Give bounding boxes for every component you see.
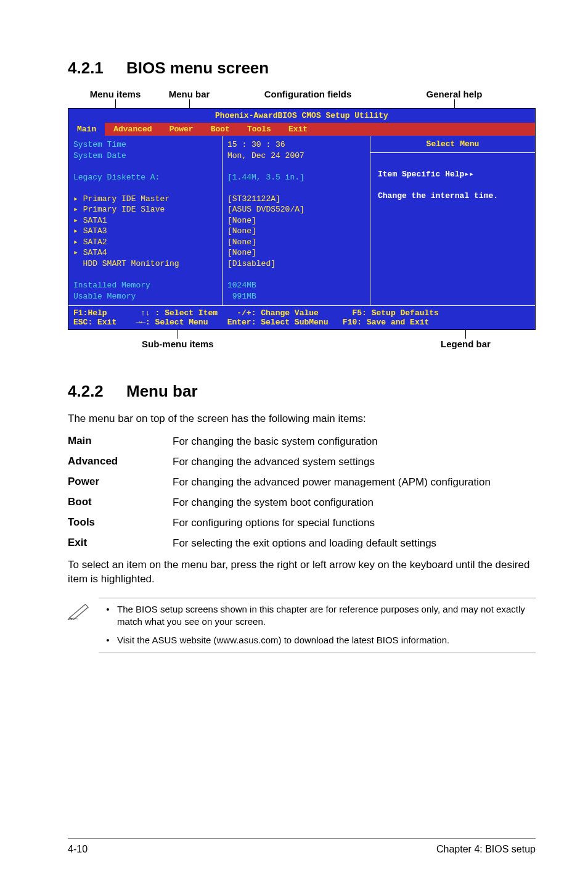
menu-definitions: MainFor changing the basic system config…	[68, 435, 536, 551]
chevron-right-icon: ▸	[73, 205, 83, 214]
menu-advanced: Advanced	[105, 123, 160, 136]
help-change-internal: Change the internal time.	[378, 191, 528, 202]
val-sata2: [None]	[227, 237, 365, 248]
chevron-right-icon: ▸	[73, 248, 83, 257]
row-system-time: System Time	[73, 139, 217, 151]
menu-boot: Boot	[202, 123, 239, 136]
legend-line1: F1:Help ↑↓ : Select Item -/+: Change Val…	[73, 308, 439, 318]
def-boot-v: For changing the system boot configurati…	[173, 496, 536, 510]
bios-legend-bar: F1:Help ↑↓ : Select Item -/+: Change Val…	[68, 305, 535, 329]
def-power-v: For changing the advanced power manageme…	[173, 476, 536, 490]
val-sata1: [None]	[227, 215, 365, 226]
label-menu-items: Menu items	[90, 89, 141, 99]
val-hdd-smart: [Disabled]	[227, 258, 365, 270]
def-boot-k: Boot	[68, 496, 173, 510]
chevron-right-icon: ▸	[73, 194, 83, 204]
row-sata3: SATA3	[83, 226, 107, 236]
menu-main: Main	[68, 123, 105, 136]
section-num: 4.2.1	[68, 59, 126, 78]
label-submenu-items: Sub-menu items	[142, 339, 214, 349]
row-sata4: SATA4	[83, 248, 107, 257]
bullet-icon: •	[99, 603, 117, 629]
legend-line2: ESC: Exit →←: Select Menu Enter: Select …	[73, 318, 429, 327]
footer-rule	[68, 838, 536, 839]
diagram-bottom-labels: Sub-menu items Legend bar	[68, 339, 536, 357]
val-time: 15 : 30 : 36	[227, 139, 365, 151]
bios-diagram: Menu items Menu bar Configuration fields…	[68, 89, 536, 357]
row-primary-ide-master: Primary IDE Master	[83, 194, 169, 204]
bios-right-panel: Select Menu Item Specific Help▸▸ Change …	[370, 136, 535, 305]
section-heading-4-2-2: 4.2.2Menu bar	[68, 382, 536, 401]
note-1: The BIOS setup screens shown in this cha…	[117, 603, 536, 629]
menu-tools: Tools	[239, 123, 280, 136]
bios-screen: Phoenix-AwardBIOS CMOS Setup Utility Mai…	[68, 108, 536, 330]
chevron-right-icon: ▸	[73, 216, 83, 225]
def-exit-v: For selecting the exit options and loadi…	[173, 537, 536, 551]
row-usable-memory: Usable Memory	[73, 291, 217, 302]
val-ide-master: [ST321122A]	[227, 194, 365, 205]
footer-page-num: 4-10	[68, 844, 88, 855]
row-legacy-diskette: Legacy Diskette A:	[73, 172, 217, 183]
note-divider	[99, 653, 536, 653]
row-sata1: SATA1	[83, 216, 107, 225]
bullet-icon: •	[99, 634, 117, 646]
val-legacy: [1.44M, 3.5 in.]	[227, 172, 365, 183]
section-title: BIOS menu screen	[126, 59, 269, 77]
note-divider	[99, 598, 536, 598]
def-tools-k: Tools	[68, 516, 173, 530]
pen-note-icon	[68, 601, 91, 620]
menu-exit: Exit	[280, 123, 316, 136]
def-exit-k: Exit	[68, 537, 173, 551]
help-title: Select Menu	[378, 139, 528, 152]
note-box: •The BIOS setup screens shown in this ch…	[99, 598, 536, 654]
row-system-date: System Date	[73, 151, 217, 162]
chevron-right-icon: ▸	[73, 226, 83, 236]
def-tools-v: For configuring options for special func…	[173, 516, 536, 530]
bios-mid-panel: 15 : 30 : 36 Mon, Dec 24 2007 [1.44M, 3.…	[223, 136, 370, 305]
val-date: Mon, Dec 24 2007	[227, 151, 365, 162]
chevron-right-icon: ▸	[73, 237, 83, 247]
section-num-2: 4.2.2	[68, 382, 126, 401]
def-main-k: Main	[68, 435, 173, 449]
bios-menubar: Main Advanced Power Boot Tools Exit	[68, 123, 535, 136]
row-primary-ide-slave: Primary IDE Slave	[83, 205, 165, 214]
label-menu-bar: Menu bar	[169, 89, 210, 99]
val-installed-mem: 1024MB	[227, 280, 365, 291]
diagram-top-labels: Menu items Menu bar Configuration fields…	[68, 89, 536, 99]
menubar-outro: To select an item on the menu bar, press…	[68, 558, 536, 587]
section-heading-4-2-1: 4.2.1BIOS menu screen	[68, 59, 536, 78]
val-ide-slave: [ASUS DVDS520/A]	[227, 204, 365, 215]
label-legend-bar: Legend bar	[441, 339, 491, 349]
def-main-v: For changing the basic system configurat…	[173, 435, 536, 449]
row-installed-memory: Installed Memory	[73, 280, 217, 291]
val-sata4: [None]	[227, 247, 365, 258]
bios-left-panel: System Time System Date Legacy Diskette …	[68, 136, 223, 305]
footer-chapter: Chapter 4: BIOS setup	[436, 844, 536, 855]
row-sata2: SATA2	[83, 237, 107, 247]
def-power-k: Power	[68, 476, 173, 490]
menu-power: Power	[161, 123, 202, 136]
row-hdd-smart: HDD SMART Monitoring	[83, 259, 179, 268]
val-sata3: [None]	[227, 226, 365, 237]
section-title-2: Menu bar	[126, 382, 198, 400]
page-footer: 4-10 Chapter 4: BIOS setup	[68, 844, 536, 855]
menubar-intro: The menu bar on top of the screen has th…	[68, 412, 536, 426]
help-item-specific: Item Specific Help▸▸	[378, 169, 528, 180]
note-2: Visit the ASUS website (www.asus.com) to…	[117, 634, 536, 646]
label-config-fields: Configuration fields	[264, 89, 352, 99]
bios-title: Phoenix-AwardBIOS CMOS Setup Utility	[68, 109, 535, 123]
label-general-help: General help	[427, 89, 483, 99]
def-advanced-v: For changing the advanced system setting…	[173, 455, 536, 469]
def-advanced-k: Advanced	[68, 455, 173, 469]
val-usable-mem: 991MB	[227, 291, 365, 302]
